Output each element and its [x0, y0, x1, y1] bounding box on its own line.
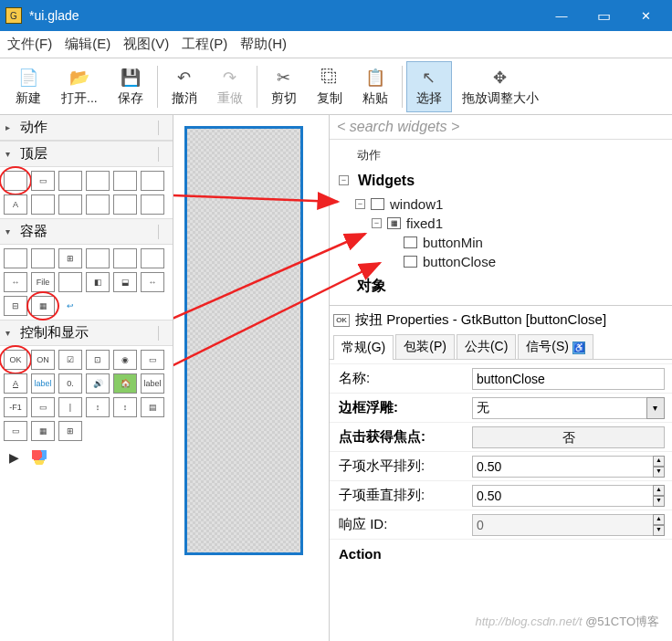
palette-item[interactable]: ☑︎ [58, 350, 82, 370]
palette-item[interactable]: ◉ [113, 350, 137, 370]
paste-button[interactable]: 📋粘贴 [352, 61, 398, 112]
spin-buttons[interactable]: ▲▼ [653, 456, 665, 478]
palette-item[interactable]: label [141, 373, 164, 394]
palette-button-widget[interactable]: OK [4, 350, 27, 370]
prop-relief-combo[interactable] [472, 397, 646, 419]
palette-item[interactable] [141, 194, 164, 215]
palette-item[interactable]: | [58, 397, 82, 417]
palette-item[interactable] [113, 248, 137, 268]
canvas-window-preview[interactable] [184, 126, 303, 555]
palette-item[interactable]: ▤ [141, 397, 164, 417]
palette-item[interactable] [141, 171, 164, 191]
save-button[interactable]: 💾保存 [108, 61, 153, 112]
palette-section-controls[interactable]: ▾控制和显示 [0, 320, 173, 346]
prop-valign-input[interactable] [472, 485, 653, 507]
collapse-icon[interactable]: − [372, 218, 382, 228]
palette-item[interactable]: ⊞ [58, 421, 82, 441]
palette-item[interactable]: ↔ [141, 272, 164, 292]
open-button[interactable]: 📂打开... [51, 61, 108, 112]
copy-button[interactable]: ⿻复制 [307, 61, 352, 112]
palette-item[interactable]: -F1 [4, 397, 27, 417]
palette-window-widget[interactable] [4, 171, 27, 191]
palette-item[interactable]: label [31, 373, 55, 394]
palette-item[interactable]: ⊟ [4, 296, 27, 316]
cut-button[interactable]: ✂剪切 [261, 61, 307, 112]
search-widgets-input[interactable]: < search widgets > [330, 115, 672, 140]
window-close-button[interactable] [625, 0, 667, 31]
palette-item[interactable]: ON [31, 350, 55, 370]
palette-item[interactable]: ↕ [113, 397, 137, 417]
palette-section-containers[interactable]: ▾容器 [0, 218, 173, 245]
collapse-icon[interactable]: − [355, 199, 365, 209]
palette-item[interactable] [31, 194, 55, 215]
palette-item[interactable] [141, 248, 164, 268]
palette-item[interactable]: A [4, 194, 27, 215]
palette-section-actions[interactable]: ▸动作 [0, 115, 173, 141]
palette-item[interactable]: ↔ [4, 272, 27, 292]
palette-item[interactable]: ▭ [4, 421, 27, 441]
palette-item[interactable]: ▭ [31, 397, 55, 417]
color-icon[interactable] [32, 450, 47, 465]
palette-item[interactable] [31, 248, 55, 268]
palette-item[interactable] [86, 248, 110, 268]
spin-buttons[interactable]: ▲▼ [653, 514, 665, 536]
tab-general[interactable]: 常规(G) [333, 335, 394, 360]
palette-item[interactable] [4, 248, 27, 268]
tree-node-fixed1[interactable]: − ▦ fixed1 [339, 214, 670, 233]
redo-button[interactable]: ↷重做 [207, 61, 253, 112]
palette-section-toplevel[interactable]: ▾顶层 [0, 141, 173, 167]
palette-item[interactable]: 0. [58, 373, 82, 394]
palette-item[interactable]: ▭ [141, 350, 164, 370]
palette-fixed-widget[interactable]: ▦ [31, 296, 55, 316]
palette-item[interactable]: ◧ [86, 272, 110, 292]
menu-help[interactable]: 帮助(H) [240, 36, 287, 53]
palette-item[interactable]: ↕ [86, 397, 110, 417]
menu-file[interactable]: 文件(F) [7, 36, 52, 53]
palette-item[interactable]: ▦ [31, 421, 55, 441]
collapse-icon[interactable]: − [339, 175, 349, 185]
tab-packing[interactable]: 包装(P) [395, 334, 455, 359]
palette-item[interactable] [58, 194, 82, 215]
spin-buttons[interactable]: ▲▼ [653, 485, 665, 507]
prop-focus-toggle[interactable]: 否 [472, 426, 665, 448]
palette-item[interactable] [86, 171, 110, 191]
window-minimize-button[interactable] [541, 0, 583, 31]
palette-item[interactable] [86, 194, 110, 215]
palette-item[interactable]: ⬓ [113, 272, 137, 292]
tree-node-buttonmin[interactable]: buttonMin [339, 233, 670, 252]
play-icon[interactable]: ▶ [9, 450, 19, 465]
design-canvas[interactable] [173, 115, 329, 641]
menu-view[interactable]: 视图(V) [123, 36, 169, 53]
palette-item[interactable] [58, 272, 82, 292]
tree-node-window1[interactable]: − window1 [339, 194, 670, 214]
palette-item[interactable]: 🏠 [113, 373, 137, 394]
undo-button[interactable]: ↶撤消 [162, 61, 207, 112]
palette-item[interactable]: ↩ [58, 296, 82, 316]
palette-item[interactable]: A [4, 373, 27, 394]
prop-name-input[interactable] [472, 368, 665, 390]
section-handle[interactable] [158, 147, 167, 162]
drag-resize-button[interactable]: ✥拖放调整大小 [452, 61, 549, 112]
palette-item[interactable]: ▭ [31, 171, 55, 191]
palette-item[interactable] [58, 171, 82, 191]
menu-edit[interactable]: 编辑(E) [65, 36, 110, 53]
window-maximize-button[interactable] [583, 0, 625, 31]
tab-signals[interactable]: 信号(S) ♿ [518, 334, 593, 359]
tree-widgets-header[interactable]: − Widgets [339, 165, 670, 194]
tab-common[interactable]: 公共(C) [457, 334, 516, 359]
palette-item[interactable]: 🔊 [86, 373, 110, 394]
new-button[interactable]: 📄新建 [5, 61, 51, 112]
palette-item[interactable] [113, 194, 137, 215]
section-handle[interactable] [158, 225, 167, 239]
tree-node-buttonclose[interactable]: buttonClose [339, 252, 670, 271]
dropdown-icon[interactable]: ▾ [646, 397, 665, 419]
select-button[interactable]: ↖选择 [406, 61, 452, 112]
section-handle[interactable] [158, 121, 167, 135]
palette-item[interactable]: ⊡ [86, 350, 110, 370]
palette-item[interactable] [113, 171, 137, 191]
palette-item[interactable]: File [31, 272, 55, 292]
palette-item[interactable]: ⊞ [58, 248, 82, 268]
prop-halign-input[interactable] [472, 456, 653, 478]
section-handle[interactable] [158, 326, 167, 341]
menu-project[interactable]: 工程(P) [182, 36, 227, 53]
